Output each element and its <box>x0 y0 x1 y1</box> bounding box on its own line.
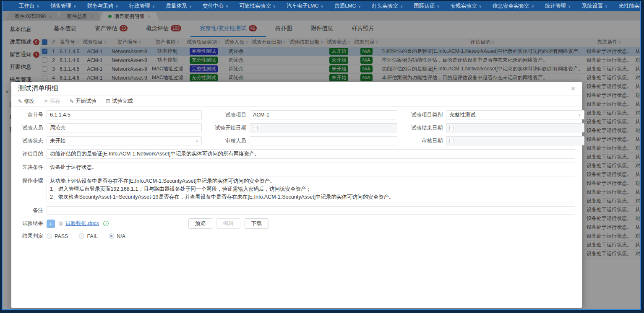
save-flag-icon: ⚑ <box>44 98 48 104</box>
calendar-icon <box>253 126 258 130</box>
nav-item-16[interactable]: 光性能实验室∨ <box>613 1 641 11</box>
top-navbar: 工作台∨销售管理∨财务与采购∨行政管理∨质量体系∨交付中心∨可靠性实验室∨汽车电… <box>3 1 640 11</box>
nav-item-label: 质量体系 <box>166 3 187 10</box>
category-label: 试验项目类别 <box>407 111 446 119</box>
close-icon[interactable]: × <box>571 85 575 92</box>
chevron-down-icon: ∨ <box>189 4 192 8</box>
radio-icon[interactable] <box>79 233 84 239</box>
reviewer-field[interactable] <box>250 136 397 145</box>
chevron-down-icon: ∨ <box>479 4 482 8</box>
end-date-label: 试验结束日期 <box>407 124 446 132</box>
nav-item-label: 国际认证 <box>414 3 435 10</box>
chevron-down-icon: ∨ <box>605 4 608 8</box>
chevron-down-icon: ∨ <box>531 4 534 8</box>
chevron-down-icon: ∨ <box>437 4 440 8</box>
result-file-link[interactable]: 试验数据.docx <box>65 220 99 227</box>
nav-item-6[interactable]: 交付中心∨ <box>197 1 234 11</box>
编辑-button: 编辑 <box>216 218 240 229</box>
reviewer-label: 审核人员 <box>212 137 250 145</box>
radio-label: PASS <box>55 233 68 239</box>
nav-item-label: 统计管理 <box>545 3 566 10</box>
chevron-down-icon: ∨ <box>226 4 229 8</box>
nav-item-label: 光性能实验室 <box>618 3 641 10</box>
chevron-down-icon: ∨ <box>115 4 118 8</box>
radio-icon[interactable] <box>109 233 114 239</box>
modal-toolbar: ✎修改⚑保存✎开始试验☑试验完成 <box>11 96 582 107</box>
verdict-option-N/A[interactable]: N/A <box>109 233 125 239</box>
nav-item-label: 行政管理 <box>129 3 150 10</box>
result-label: 试验结果 <box>18 220 47 227</box>
nav-item-label: 工作台 <box>19 3 35 10</box>
project-field[interactable] <box>250 110 397 119</box>
chevron-down-icon: ∨ <box>73 4 76 8</box>
person-input[interactable] <box>50 125 198 131</box>
status-select[interactable]: 未开始∨ <box>47 136 202 145</box>
nav-item-3[interactable]: 财务与采购∨ <box>82 1 124 11</box>
nav-item-12[interactable]: 安规实验室∨ <box>445 1 487 11</box>
chapter-input[interactable] <box>50 112 198 118</box>
steps-field[interactable]: 从功能上评估设备中是否存在不在[E.Info.ACM-1.SecurityAss… <box>47 176 575 202</box>
calendar-icon <box>449 139 454 143</box>
radio-icon[interactable] <box>47 233 52 239</box>
review-date-field[interactable] <box>446 136 584 145</box>
修改-button[interactable]: ✎修改 <box>18 98 34 105</box>
modal-body: 章节号 试验项目 试验项目类别 完整性测试∨ 试验人员 试验开始日期 试验结束日… <box>11 107 582 240</box>
attachment-buttons: 预览编辑下载 <box>188 218 269 229</box>
chevron-down-icon: ∨ <box>196 139 198 143</box>
test-complete-icon: ☑ <box>106 98 110 104</box>
chevron-down-icon: ∨ <box>37 4 40 8</box>
project-label: 试验项目 <box>212 111 250 119</box>
nav-item-label: 普通LMC <box>334 3 356 10</box>
chevron-down-icon: ∨ <box>273 4 276 8</box>
start-date-field[interactable] <box>250 123 397 132</box>
nav-item-13[interactable]: 信息安全实验室∨ <box>487 1 540 11</box>
下载-button[interactable]: 下载 <box>245 218 269 229</box>
person-label: 试验人员 <box>18 124 47 132</box>
nav-item-5[interactable]: 质量体系∨ <box>160 1 197 11</box>
预览-button[interactable]: 预览 <box>188 218 212 229</box>
chevron-down-icon: ∨ <box>321 4 324 8</box>
nav-item-11[interactable]: 国际认证∨ <box>408 1 445 11</box>
edit-icon: ✎ <box>18 98 22 104</box>
nav-item-1[interactable]: 工作台∨ <box>13 1 45 11</box>
add-file-button[interactable]: + <box>47 220 55 228</box>
check-circle-icon: ✓ <box>103 221 109 226</box>
nav-item-2[interactable]: 销售管理∨ <box>45 1 82 11</box>
review-date-label: 审核日期 <box>407 137 446 145</box>
nav-item-7[interactable]: 可靠性实验室∨ <box>234 1 282 11</box>
nav-item-15[interactable]: 系统设置∨ <box>576 1 613 11</box>
precondition-field[interactable]: 设备处于运行状态。 <box>47 163 575 172</box>
chapter-label: 章节号 <box>18 111 47 119</box>
试验完成-button[interactable]: ☑试验完成 <box>106 98 133 105</box>
nav-item-label: 灯头实验室 <box>372 3 398 10</box>
category-select[interactable]: 完整性测试∨ <box>446 110 584 119</box>
nav-item-4[interactable]: 行政管理∨ <box>124 1 161 11</box>
toolbar-button-label: 保存 <box>50 98 60 105</box>
end-date-field[interactable] <box>446 123 584 132</box>
person-field[interactable] <box>47 123 202 132</box>
nav-item-label: 可靠性实验室 <box>240 3 271 10</box>
nav-item-label: 销售管理 <box>50 3 71 10</box>
verdict-option-PASS[interactable]: PASS <box>47 233 68 239</box>
test-detail-modal: 测试清单明细 × ✎修改⚑保存✎开始试验☑试验完成 章节号 试验项目 试验项目类… <box>11 82 582 308</box>
document-icon: 🗎 <box>58 220 64 227</box>
保存-button: ⚑保存 <box>44 98 60 105</box>
nav-item-14[interactable]: 统计管理∨ <box>540 1 576 11</box>
nav-item-8[interactable]: 汽车电子LMC∨ <box>281 1 329 11</box>
remark-field[interactable] <box>47 206 575 215</box>
nav-item-10[interactable]: 灯头实验室∨ <box>366 1 408 11</box>
chevron-down-icon: ∨ <box>400 4 403 8</box>
chapter-field[interactable] <box>47 110 202 119</box>
nav-item-9[interactable]: 普通LMC∨ <box>329 1 366 11</box>
chevron-down-icon: ∨ <box>358 4 361 8</box>
chevron-down-icon: ∨ <box>152 4 155 8</box>
purpose-field[interactable]: 功能评估的目的是验证[E.Info.ACM-1.NetworkAsset]中记录… <box>47 149 575 159</box>
nav-item-label: 汽车电子LMC <box>287 3 318 10</box>
reviewer-input[interactable] <box>253 138 394 144</box>
steps-label: 操作步骤 <box>18 176 47 184</box>
modal-title: 测试清单明细 <box>18 84 58 93</box>
verdict-option-FAIL[interactable]: FAIL <box>79 233 98 239</box>
project-input[interactable] <box>253 112 394 118</box>
开始试验-button[interactable]: ✎开始试验 <box>70 98 96 105</box>
start-date-label: 试验开始日期 <box>212 124 250 132</box>
